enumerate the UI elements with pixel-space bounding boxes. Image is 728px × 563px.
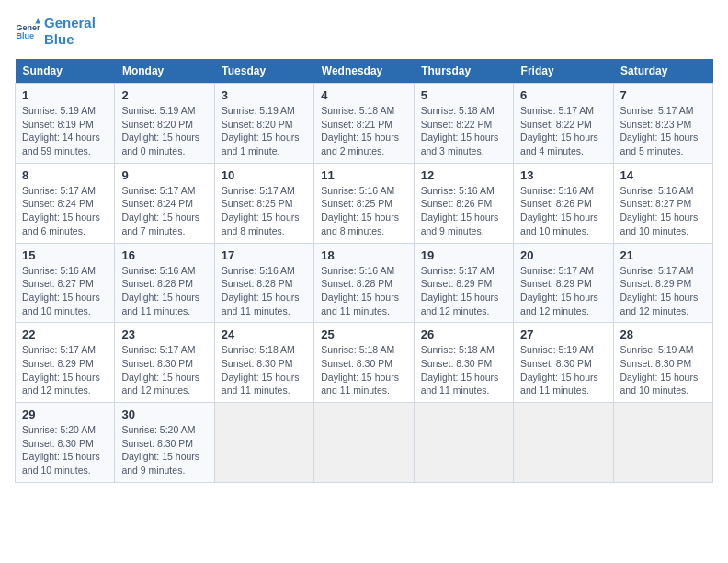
day-number: 10 (222, 168, 307, 182)
logo: General Blue GeneralBlue (15, 15, 96, 48)
calendar-day: 9Sunrise: 5:17 AMSunset: 8:24 PMDaylight… (115, 163, 214, 243)
day-info: Sunrise: 5:16 AMSunset: 8:28 PMDaylight:… (121, 264, 207, 318)
calendar-day: 21Sunrise: 5:17 AMSunset: 8:29 PMDayligh… (613, 243, 712, 323)
day-info: Sunrise: 5:18 AMSunset: 8:21 PMDaylight:… (321, 104, 406, 158)
day-number: 2 (121, 88, 207, 102)
calendar-day: 18Sunrise: 5:16 AMSunset: 8:28 PMDayligh… (314, 243, 414, 323)
calendar-week: 1Sunrise: 5:19 AMSunset: 8:19 PMDaylight… (16, 84, 713, 164)
calendar-day: 19Sunrise: 5:17 AMSunset: 8:29 PMDayligh… (414, 243, 513, 323)
day-number: 27 (520, 327, 606, 341)
svg-text:Blue: Blue (16, 31, 34, 40)
calendar-day: 22Sunrise: 5:17 AMSunset: 8:29 PMDayligh… (16, 323, 115, 403)
calendar-day: 23Sunrise: 5:17 AMSunset: 8:30 PMDayligh… (115, 323, 214, 403)
day-number: 15 (22, 248, 108, 262)
day-number: 4 (321, 88, 406, 102)
calendar-day: 30Sunrise: 5:20 AMSunset: 8:30 PMDayligh… (115, 403, 214, 483)
calendar-day: 12Sunrise: 5:16 AMSunset: 8:26 PMDayligh… (414, 163, 513, 243)
day-info: Sunrise: 5:18 AMSunset: 8:30 PMDaylight:… (321, 343, 406, 397)
calendar-day: 7Sunrise: 5:17 AMSunset: 8:23 PMDaylight… (613, 84, 712, 164)
day-info: Sunrise: 5:20 AMSunset: 8:30 PMDaylight:… (121, 423, 207, 477)
calendar-day: 1Sunrise: 5:19 AMSunset: 8:19 PMDaylight… (16, 84, 115, 164)
logo-text: GeneralBlue (44, 15, 96, 48)
calendar-header: SundayMondayTuesdayWednesdayThursdayFrid… (16, 59, 713, 84)
calendar-day: 29Sunrise: 5:20 AMSunset: 8:30 PMDayligh… (16, 403, 115, 483)
calendar-day (613, 403, 712, 483)
calendar-week: 22Sunrise: 5:17 AMSunset: 8:29 PMDayligh… (16, 323, 713, 403)
day-header: Monday (115, 59, 214, 84)
day-info: Sunrise: 5:17 AMSunset: 8:24 PMDaylight:… (22, 184, 108, 238)
day-number: 18 (321, 248, 406, 262)
day-info: Sunrise: 5:18 AMSunset: 8:30 PMDaylight:… (222, 343, 307, 397)
header-row: SundayMondayTuesdayWednesdayThursdayFrid… (16, 59, 713, 84)
day-number: 20 (520, 248, 606, 262)
calendar-day: 11Sunrise: 5:16 AMSunset: 8:25 PMDayligh… (314, 163, 414, 243)
day-info: Sunrise: 5:17 AMSunset: 8:30 PMDaylight:… (121, 343, 207, 397)
day-header: Tuesday (214, 59, 313, 84)
day-number: 16 (121, 248, 207, 262)
day-info: Sunrise: 5:19 AMSunset: 8:20 PMDaylight:… (121, 104, 207, 158)
day-info: Sunrise: 5:19 AMSunset: 8:20 PMDaylight:… (222, 104, 307, 158)
header: General Blue GeneralBlue (15, 15, 713, 48)
day-info: Sunrise: 5:17 AMSunset: 8:22 PMDaylight:… (520, 104, 606, 158)
day-info: Sunrise: 5:16 AMSunset: 8:27 PMDaylight:… (22, 264, 108, 318)
day-header: Saturday (613, 59, 712, 84)
calendar-day: 24Sunrise: 5:18 AMSunset: 8:30 PMDayligh… (214, 323, 313, 403)
day-info: Sunrise: 5:17 AMSunset: 8:24 PMDaylight:… (121, 184, 207, 238)
calendar-day: 13Sunrise: 5:16 AMSunset: 8:26 PMDayligh… (514, 163, 613, 243)
day-info: Sunrise: 5:17 AMSunset: 8:25 PMDaylight:… (222, 184, 307, 238)
calendar-body: 1Sunrise: 5:19 AMSunset: 8:19 PMDaylight… (16, 84, 713, 483)
day-number: 12 (421, 168, 506, 182)
calendar-day: 15Sunrise: 5:16 AMSunset: 8:27 PMDayligh… (16, 243, 115, 323)
calendar-day: 28Sunrise: 5:19 AMSunset: 8:30 PMDayligh… (613, 323, 712, 403)
svg-text:General: General (16, 23, 40, 32)
calendar-day (414, 403, 513, 483)
day-number: 17 (222, 248, 307, 262)
calendar-day: 3Sunrise: 5:19 AMSunset: 8:20 PMDaylight… (214, 84, 313, 164)
day-info: Sunrise: 5:16 AMSunset: 8:28 PMDaylight:… (321, 264, 406, 318)
day-info: Sunrise: 5:17 AMSunset: 8:29 PMDaylight:… (620, 264, 706, 318)
day-info: Sunrise: 5:16 AMSunset: 8:25 PMDaylight:… (321, 184, 406, 238)
day-info: Sunrise: 5:19 AMSunset: 8:30 PMDaylight:… (620, 343, 706, 397)
calendar-day: 5Sunrise: 5:18 AMSunset: 8:22 PMDaylight… (414, 84, 513, 164)
day-info: Sunrise: 5:17 AMSunset: 8:29 PMDaylight:… (520, 264, 606, 318)
calendar-day: 6Sunrise: 5:17 AMSunset: 8:22 PMDaylight… (514, 84, 613, 164)
day-header: Wednesday (314, 59, 414, 84)
calendar-day: 20Sunrise: 5:17 AMSunset: 8:29 PMDayligh… (514, 243, 613, 323)
svg-marker-2 (35, 18, 40, 24)
calendar-week: 8Sunrise: 5:17 AMSunset: 8:24 PMDaylight… (16, 163, 713, 243)
day-number: 6 (520, 88, 606, 102)
day-header: Friday (514, 59, 613, 84)
calendar-table: SundayMondayTuesdayWednesdayThursdayFrid… (15, 59, 713, 483)
calendar-day: 2Sunrise: 5:19 AMSunset: 8:20 PMDaylight… (115, 84, 214, 164)
day-info: Sunrise: 5:18 AMSunset: 8:22 PMDaylight:… (421, 104, 506, 158)
day-number: 7 (620, 88, 706, 102)
day-info: Sunrise: 5:17 AMSunset: 8:29 PMDaylight:… (22, 343, 108, 397)
calendar-day: 10Sunrise: 5:17 AMSunset: 8:25 PMDayligh… (214, 163, 313, 243)
logo-icon: General Blue (15, 18, 40, 44)
calendar-day: 14Sunrise: 5:16 AMSunset: 8:27 PMDayligh… (613, 163, 712, 243)
day-info: Sunrise: 5:17 AMSunset: 8:23 PMDaylight:… (620, 104, 706, 158)
day-header: Sunday (16, 59, 115, 84)
day-info: Sunrise: 5:16 AMSunset: 8:26 PMDaylight:… (421, 184, 506, 238)
day-info: Sunrise: 5:17 AMSunset: 8:29 PMDaylight:… (421, 264, 506, 318)
day-info: Sunrise: 5:18 AMSunset: 8:30 PMDaylight:… (421, 343, 506, 397)
day-number: 13 (520, 168, 606, 182)
calendar-day (514, 403, 613, 483)
calendar-day: 8Sunrise: 5:17 AMSunset: 8:24 PMDaylight… (16, 163, 115, 243)
day-info: Sunrise: 5:16 AMSunset: 8:27 PMDaylight:… (620, 184, 706, 238)
day-info: Sunrise: 5:16 AMSunset: 8:26 PMDaylight:… (520, 184, 606, 238)
day-number: 19 (421, 248, 506, 262)
calendar-day: 16Sunrise: 5:16 AMSunset: 8:28 PMDayligh… (115, 243, 214, 323)
day-number: 3 (222, 88, 307, 102)
day-number: 25 (321, 327, 406, 341)
day-number: 8 (22, 168, 108, 182)
day-number: 22 (22, 327, 108, 341)
day-header: Thursday (414, 59, 513, 84)
day-info: Sunrise: 5:20 AMSunset: 8:30 PMDaylight:… (22, 423, 108, 477)
calendar-day: 27Sunrise: 5:19 AMSunset: 8:30 PMDayligh… (514, 323, 613, 403)
day-number: 14 (620, 168, 706, 182)
day-number: 30 (121, 408, 207, 421)
calendar-day: 25Sunrise: 5:18 AMSunset: 8:30 PMDayligh… (314, 323, 414, 403)
calendar-day: 4Sunrise: 5:18 AMSunset: 8:21 PMDaylight… (314, 84, 414, 164)
calendar-week: 15Sunrise: 5:16 AMSunset: 8:27 PMDayligh… (16, 243, 713, 323)
